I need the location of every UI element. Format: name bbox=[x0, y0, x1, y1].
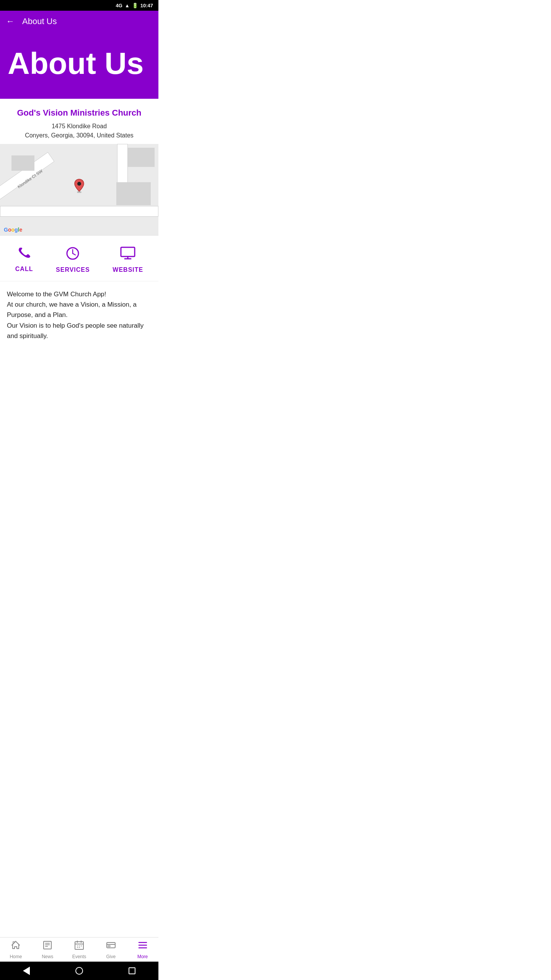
services-label: SERVICES bbox=[56, 266, 90, 273]
building-3 bbox=[128, 148, 155, 167]
google-logo: Google bbox=[4, 227, 22, 233]
app-bar: ← About Us bbox=[0, 11, 158, 32]
description-text: Welcome to the GVM Church App!At our chu… bbox=[7, 291, 143, 340]
svg-point-1 bbox=[77, 182, 81, 186]
church-name: God's Vision Ministries Church bbox=[8, 108, 151, 118]
status-bar: 4G ▲ 🔋 10:47 bbox=[0, 0, 158, 11]
church-info-section: God's Vision Ministries Church 1475 Klon… bbox=[0, 99, 158, 144]
address-line2: Conyers, Georgia, 30094 bbox=[25, 132, 93, 139]
signal-icon: ▲ bbox=[125, 3, 130, 8]
back-button[interactable]: ← bbox=[6, 16, 15, 26]
clock-icon bbox=[66, 247, 80, 263]
building-1 bbox=[116, 182, 151, 205]
pin-svg bbox=[74, 178, 85, 193]
hero-banner: About Us bbox=[0, 32, 158, 99]
network-indicator: 4G bbox=[116, 3, 122, 8]
description-section: Welcome to the GVM Church App!At our chu… bbox=[0, 281, 158, 379]
map-pin bbox=[74, 178, 85, 193]
battery-icon: 🔋 bbox=[132, 3, 138, 8]
map-container[interactable]: Klondike Ct SW Google bbox=[0, 144, 158, 236]
map-background: Klondike Ct SW Google bbox=[0, 144, 158, 236]
building-2 bbox=[11, 155, 34, 171]
app-bar-title: About Us bbox=[22, 16, 57, 26]
call-label: CALL bbox=[15, 266, 33, 273]
address-line1: 1475 Klondike Road bbox=[52, 123, 107, 129]
road-horizontal bbox=[0, 206, 158, 217]
action-row: CALL SERVICES WEBSITE bbox=[0, 236, 158, 281]
time-display: 10:47 bbox=[140, 3, 153, 8]
hero-title: About Us bbox=[8, 47, 151, 80]
monitor-icon bbox=[120, 247, 135, 263]
phone-icon bbox=[18, 247, 31, 263]
website-label: WEBSITE bbox=[112, 266, 143, 273]
website-action[interactable]: WEBSITE bbox=[112, 247, 143, 273]
svg-rect-5 bbox=[121, 247, 135, 256]
address-line3: , United States bbox=[93, 132, 134, 139]
call-action[interactable]: CALL bbox=[15, 247, 33, 273]
church-address[interactable]: 1475 Klondike Road Conyers, Georgia, 300… bbox=[8, 122, 151, 140]
services-action[interactable]: SERVICES bbox=[56, 247, 90, 273]
svg-line-4 bbox=[73, 253, 75, 255]
